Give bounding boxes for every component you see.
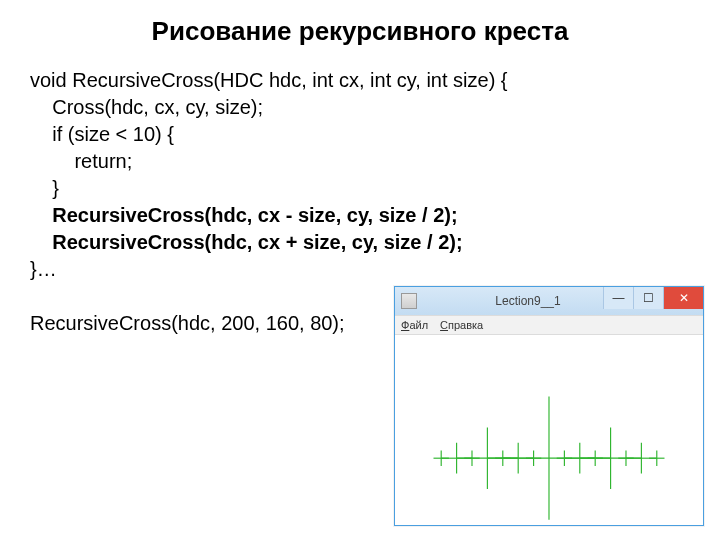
app-icon (401, 293, 417, 309)
menu-help-rest: правка (448, 319, 483, 331)
slide: Рисование рекурсивного креста void Recur… (0, 0, 720, 540)
code-line: RecursiveCross(hdc, cx + size, cy, size … (30, 231, 463, 253)
code-line: void RecursiveCross(HDC hdc, int cx, int… (30, 69, 508, 91)
canvas (395, 335, 703, 525)
code-line: }… (30, 258, 57, 280)
menu-file[interactable]: Файл (401, 319, 428, 331)
recursive-cross-drawing (395, 335, 703, 520)
code-line: if (size < 10) { (30, 123, 174, 145)
menu-help-hotkey: С (440, 319, 448, 331)
menu-file-rest: айл (409, 319, 428, 331)
window-controls: — ☐ ✕ (603, 287, 703, 309)
code-line: RecursiveCross(hdc, 200, 160, 80); (30, 312, 345, 334)
maximize-button[interactable]: ☐ (633, 287, 663, 309)
menubar: Файл Справка (395, 315, 703, 335)
code-line: RecursiveCross(hdc, cx - size, cy, size … (30, 204, 458, 226)
menu-help[interactable]: Справка (440, 319, 483, 331)
slide-title: Рисование рекурсивного креста (30, 16, 690, 47)
code-line: Cross(hdc, cx, cy, size); (30, 96, 263, 118)
titlebar[interactable]: Lection9__1 — ☐ ✕ (395, 287, 703, 315)
app-window: Lection9__1 — ☐ ✕ Файл Справка (394, 286, 704, 526)
code-line: return; (30, 150, 132, 172)
minimize-button[interactable]: — (603, 287, 633, 309)
close-button[interactable]: ✕ (663, 287, 703, 309)
code-line: } (30, 177, 59, 199)
